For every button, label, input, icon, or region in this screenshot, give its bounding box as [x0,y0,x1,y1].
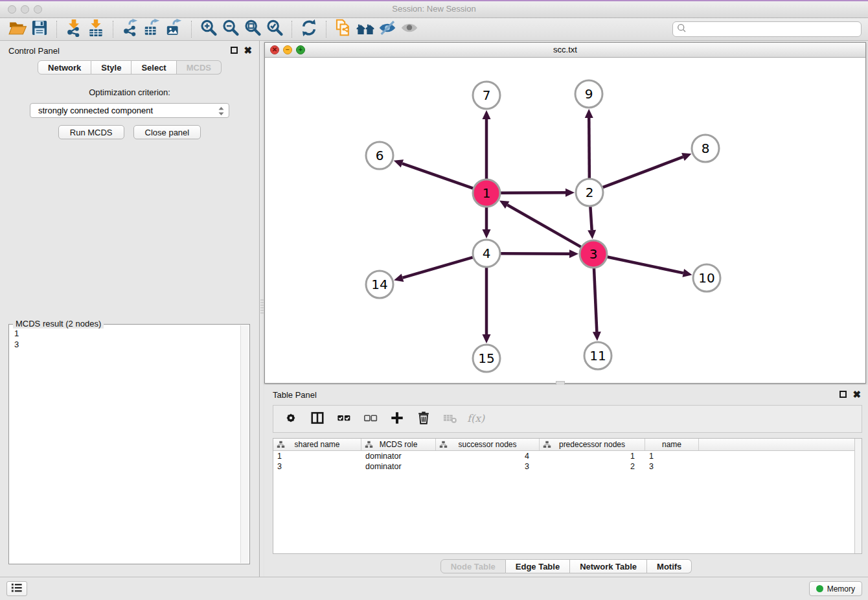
open-session-button[interactable] [6,19,29,39]
close-window-button[interactable] [8,5,16,14]
graph-node-8[interactable]: 8 [692,135,719,162]
graph-node-10[interactable]: 10 [693,264,720,292]
column-header-shared-name[interactable]: shared name [273,439,361,450]
graph-node-7[interactable]: 7 [473,82,500,109]
deselect-all-columns-button[interactable] [362,411,379,428]
apply-layout-button[interactable] [298,19,320,39]
graph-node-4[interactable]: 4 [473,240,500,267]
tab-select[interactable]: Select [131,60,176,75]
zoom-selected-button[interactable] [264,19,286,39]
column-header-name[interactable]: name [645,439,699,450]
close-panel-icon[interactable]: ✖ [244,47,252,54]
close-table-panel-icon[interactable]: ✖ [852,391,861,398]
tab-network[interactable]: Network [38,60,91,75]
table-row[interactable]: 3dominator323 [273,461,862,472]
column-header-predecessor-nodes[interactable]: predecessor nodes [540,439,645,450]
memory-button-label: Memory [827,584,855,594]
toolbar-separator [326,21,326,38]
graph-edge-4-3[interactable] [501,253,569,254]
graph-node-2[interactable]: 2 [576,179,603,206]
table-cell[interactable]: 1 [540,451,645,461]
graph-edge-3-10[interactable] [608,257,683,273]
network-close-button[interactable]: ✕ [270,45,279,54]
zoom-out-button[interactable] [220,19,242,39]
split-view-button[interactable] [309,411,326,428]
graph-edge-2-9[interactable] [589,118,589,178]
criterion-select[interactable]: strongly connected component [30,103,229,118]
column-header-successor-nodes[interactable]: successor nodes [436,439,540,450]
vertical-splitter-handle[interactable] [260,299,264,314]
table-tab-motifs[interactable]: Motifs [647,559,692,573]
network-graph[interactable]: 7968124314101511 [265,58,865,383]
minimize-window-button[interactable] [21,5,29,14]
network-maximize-button[interactable]: + [296,45,305,54]
tab-style[interactable]: Style [91,60,131,75]
graph-node-14[interactable]: 14 [366,271,393,298]
export-table-button[interactable] [141,19,163,39]
mcds-result-scrollbar[interactable] [240,325,249,563]
select-all-columns-button[interactable] [336,411,352,428]
graph-edge-4-14[interactable] [403,257,473,278]
table-cell[interactable]: 3 [436,461,540,472]
graph-node-6[interactable]: 6 [366,142,393,169]
graph-edge-2-8[interactable] [603,157,683,187]
graph-node-1[interactable]: 1 [473,179,500,207]
close-panel-button[interactable]: Close panel [133,125,201,139]
vertical-splitter[interactable] [259,41,264,577]
task-history-button[interactable] [6,581,27,596]
graph-edge-3-1[interactable] [507,205,581,247]
network-window-titlebar[interactable]: ✕ − + scc.txt [265,43,865,58]
table-row[interactable]: 1dominator411 [273,451,862,461]
table-cell[interactable]: 2 [540,461,645,472]
graph-node-11[interactable]: 11 [584,342,611,369]
network-minimize-button[interactable]: − [283,45,292,54]
first-neighbors-button[interactable] [354,19,376,39]
table-cell[interactable]: 1 [273,451,361,461]
zoom-in-button[interactable] [198,19,220,39]
zoom-fit-button[interactable] [242,19,264,39]
memory-button[interactable]: Memory [809,581,862,596]
search-input[interactable] [687,25,858,34]
table-cell[interactable]: 3 [273,461,361,472]
table-cell[interactable]: 1 [645,451,699,461]
tab-mcds[interactable]: MCDS [177,60,222,75]
graph-node-15[interactable]: 15 [473,345,500,372]
search-box[interactable] [672,21,862,37]
network-canvas[interactable]: 7968124314101511 [265,58,865,383]
table-tab-network-table[interactable]: Network Table [570,559,647,573]
zoom-window-button[interactable] [34,5,42,14]
export-network-button[interactable] [119,19,141,39]
svg-text:3: 3 [589,246,598,262]
delete-columns-button[interactable] [415,411,432,428]
table-cell[interactable]: dominator [361,461,436,472]
table-tab-node-table[interactable]: Node Table [440,559,506,573]
table-mode-gear-button[interactable] [282,411,299,428]
table-tab-edge-table[interactable]: Edge Table [506,559,570,573]
float-table-panel-icon[interactable] [839,391,847,398]
table-cell[interactable]: 4 [436,451,540,461]
graph-node-3[interactable]: 3 [580,240,607,268]
create-column-button[interactable] [389,411,405,428]
create-column-icon [390,411,404,428]
hide-selected-button[interactable] [376,19,398,39]
export-image-button[interactable] [163,19,185,39]
column-header-mcds-role[interactable]: MCDS role [361,439,436,450]
new-network-from-selection-icon [334,19,352,40]
table-scrollbar[interactable] [854,439,862,553]
mcds-result-list[interactable]: 13 [10,326,239,562]
graph-edge-3-11[interactable] [594,268,597,332]
table-cell[interactable]: 3 [645,461,699,472]
graph-edge-1-6[interactable] [402,163,473,188]
graph-edge-2-3[interactable] [590,207,591,230]
table-cell[interactable]: dominator [361,451,436,461]
graph-node-9[interactable]: 9 [575,80,602,108]
save-session-button[interactable] [29,19,51,39]
new-network-from-selection-button[interactable] [332,19,354,39]
graph-edge-1-2[interactable] [501,192,565,193]
import-network-button[interactable] [63,19,85,39]
column-tree-icon [277,441,285,450]
import-table-button[interactable] [85,19,107,39]
float-panel-icon[interactable] [231,47,238,54]
run-mcds-button[interactable]: Run MCDS [58,125,124,139]
table-body: 1dominator4113dominator323 [273,451,862,472]
